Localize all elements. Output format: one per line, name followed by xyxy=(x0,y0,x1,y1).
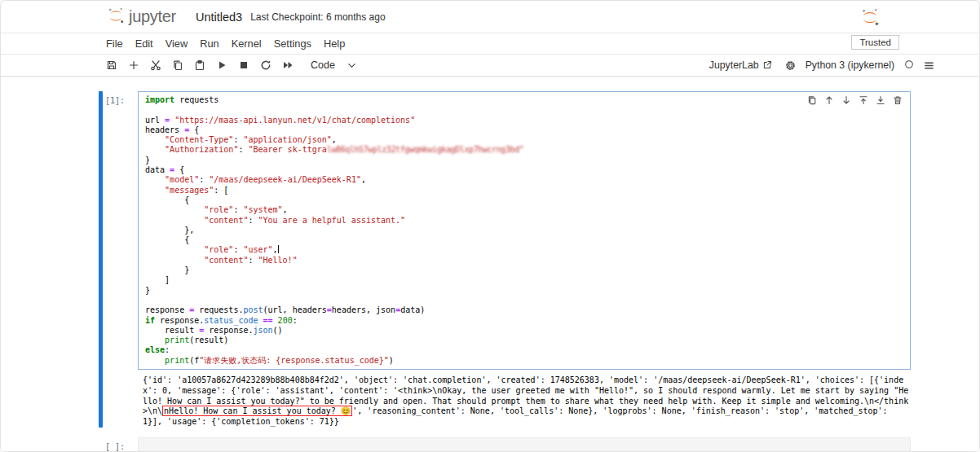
save-button[interactable] xyxy=(106,59,117,71)
settings-gear-button[interactable] xyxy=(785,60,796,71)
kernel-name[interactable]: Python 3 (ipykernel) xyxy=(806,59,894,71)
delete-cell-button[interactable] xyxy=(893,95,903,105)
add-cell-button[interactable] xyxy=(128,59,139,71)
menu-items: File Edit View Run Kernel Settings Help xyxy=(106,37,345,50)
menu-view[interactable]: View xyxy=(166,37,188,50)
jupyter-app: jupyter Untitled3 Last Checkpoint: 6 mon… xyxy=(0,0,980,452)
empty-cell: [ ]: xyxy=(99,437,911,452)
menu-bar: File Edit View Run Kernel Settings Help … xyxy=(1,33,979,55)
interrupt-kernel-button[interactable] xyxy=(238,59,249,71)
toolbar-right: JupyterLab Python 3 (ipykernel) xyxy=(709,58,934,72)
highlighted-response: nHello! How can I assist you today? 😊 xyxy=(162,406,352,416)
menu-kernel[interactable]: Kernel xyxy=(232,37,262,50)
top-bar: jupyter Untitled3 Last Checkpoint: 6 mon… xyxy=(1,1,979,33)
insert-cell-above-button[interactable] xyxy=(859,95,868,105)
insert-cell-below-button[interactable] xyxy=(876,95,885,105)
menu-run[interactable]: Run xyxy=(200,37,219,50)
open-in-jupyterlab-link[interactable]: JupyterLab xyxy=(709,59,775,71)
jupyter-logo[interactable]: jupyter xyxy=(107,7,176,28)
menu-settings[interactable]: Settings xyxy=(274,37,311,50)
code-content: import requestsurl = "https://maas-api.l… xyxy=(145,95,903,366)
cell-type-value: Code xyxy=(311,59,335,71)
cell-toolbar xyxy=(806,94,904,106)
paste-cell-button[interactable] xyxy=(194,59,205,71)
code-editor[interactable]: import requestsurl = "https://maas-api.l… xyxy=(138,91,911,370)
execution-prompt: [1]: xyxy=(103,91,138,370)
main-toolbar: Code JupyterLab Python 3 (ipykernel) xyxy=(1,55,979,77)
jupyter-wordmark: jupyter xyxy=(129,7,176,26)
view-menu-button[interactable] xyxy=(924,60,934,71)
notebook-area: [1]: xyxy=(1,77,979,452)
empty-cell-editor[interactable] xyxy=(138,437,911,452)
empty-execution-prompt: [ ]: xyxy=(103,437,138,452)
cell-type-dropdown[interactable]: Code xyxy=(311,59,369,71)
jupyter-icon[interactable] xyxy=(860,7,880,30)
copy-cell-button[interactable] xyxy=(172,59,183,71)
checkpoint-status: Last Checkpoint: 6 months ago xyxy=(250,11,385,23)
notebook-title[interactable]: Untitled3 xyxy=(196,11,242,24)
menu-file[interactable]: File xyxy=(106,37,123,50)
jupyterlab-label: JupyterLab xyxy=(709,59,759,71)
cut-cell-button[interactable] xyxy=(150,59,161,71)
move-cell-down-button[interactable] xyxy=(841,95,851,105)
cell-output: {'id': 'a10057a8627d423289b88b408b84f2d2… xyxy=(138,372,911,428)
output-prompt xyxy=(103,372,138,428)
move-cell-up-button[interactable] xyxy=(824,95,834,105)
code-cell: [1]: xyxy=(99,91,911,428)
menu-help[interactable]: Help xyxy=(324,37,345,50)
run-cell-button[interactable] xyxy=(216,59,227,71)
jupyter-planet-icon xyxy=(107,7,125,28)
kernel-status-icon xyxy=(904,58,914,72)
duplicate-cell-button[interactable] xyxy=(807,95,817,105)
menu-edit[interactable]: Edit xyxy=(135,37,153,50)
restart-run-all-button[interactable] xyxy=(282,59,294,71)
restart-kernel-button[interactable] xyxy=(260,59,271,71)
trusted-badge[interactable]: Trusted xyxy=(851,35,899,50)
